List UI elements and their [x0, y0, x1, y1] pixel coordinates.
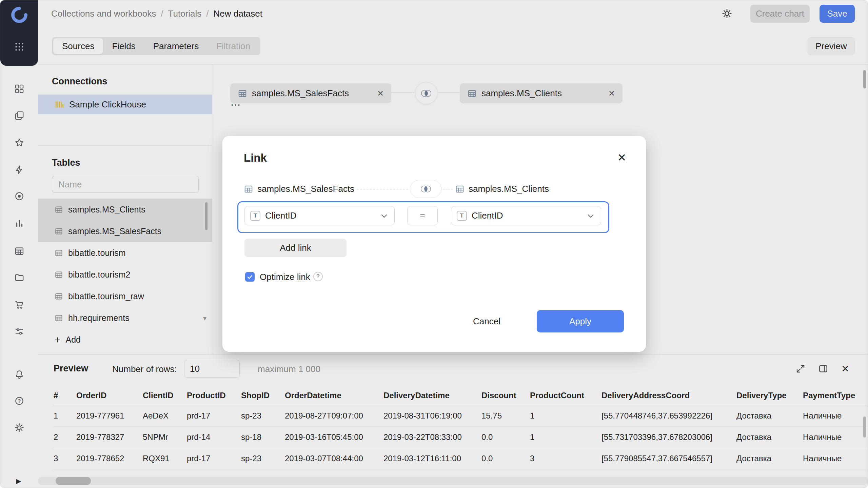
table-icon [244, 184, 253, 194]
right-field-select[interactable]: T ClientID [451, 206, 601, 225]
chevron-down-icon [586, 211, 595, 221]
operator-value: = [420, 210, 425, 221]
optimize-link-checkbox[interactable] [245, 272, 255, 282]
left-field-value: ClientID [265, 210, 296, 221]
operator-select[interactable]: = [407, 206, 438, 225]
optimize-link-label[interactable]: Optimize link [260, 272, 310, 282]
right-field-value: ClientID [472, 210, 503, 221]
link-modal: Link ✕ samples.MS_SalesFacts samples.MS_… [222, 136, 646, 352]
string-type-icon: T [250, 211, 260, 221]
close-modal-icon[interactable]: ✕ [614, 150, 629, 165]
chevron-down-icon [379, 211, 389, 221]
help-question-icon[interactable]: ? [313, 272, 323, 281]
modal-right-table: samples.MS_Clients [469, 184, 549, 194]
table-icon [455, 184, 465, 194]
modal-left-table: samples.MS_SalesFacts [257, 184, 354, 194]
left-field-select[interactable]: T ClientID [244, 206, 395, 225]
apply-button[interactable]: Apply [537, 310, 624, 332]
app-window: ? ▶ Collections and workbooks / Tutorial… [0, 0, 868, 488]
string-type-icon: T [457, 211, 467, 221]
add-link-button[interactable]: Add link [244, 239, 347, 257]
join-type-toggle[interactable] [410, 180, 441, 198]
cancel-button[interactable]: Cancel [464, 310, 510, 332]
modal-title: Link [244, 151, 267, 164]
